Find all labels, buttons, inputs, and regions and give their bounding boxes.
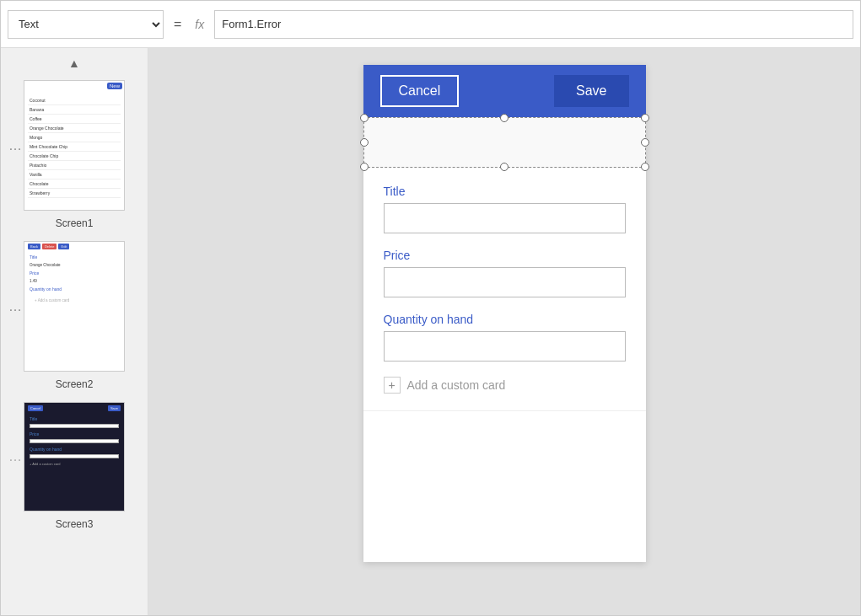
add-custom-card[interactable]: + Add a custom card xyxy=(384,377,626,394)
screen2-label: Screen2 xyxy=(56,378,94,390)
price-input[interactable] xyxy=(384,267,626,297)
handle-top-left[interactable] xyxy=(360,114,369,122)
screen1-label: Screen1 xyxy=(56,217,94,229)
form-body: Title Price Quantity on hand + Add a cus… xyxy=(363,168,646,410)
screen2-menu-dots[interactable]: … xyxy=(8,299,23,314)
handle-bottom-middle[interactable] xyxy=(500,163,509,171)
screen3-label: Screen3 xyxy=(56,518,94,530)
handle-bottom-right[interactable] xyxy=(641,163,649,171)
canvas-area: Cancel Save Title xyxy=(148,48,860,616)
quantity-label: Quantity on hand xyxy=(384,313,626,326)
left-panel: ▲ … New Coconut Banana Coffee Orange Cho… xyxy=(1,48,148,616)
s2-back-btn: Back xyxy=(28,244,40,249)
screen1-list: Coconut Banana Coffee Orange Chocolate M… xyxy=(24,81,124,201)
equals-symbol: = xyxy=(170,17,185,32)
add-custom-card-label: Add a custom card xyxy=(407,378,506,392)
form-save-button[interactable]: Save xyxy=(554,75,628,107)
property-selector[interactable]: Text xyxy=(8,10,164,39)
s2-edit-btn: Edit xyxy=(58,244,69,249)
screen1-menu-dots[interactable]: … xyxy=(8,138,23,153)
handle-bottom-left[interactable] xyxy=(360,163,369,171)
handle-top-middle[interactable] xyxy=(500,114,509,122)
title-label: Title xyxy=(384,185,626,198)
price-label: Price xyxy=(384,249,626,262)
quantity-field-group: Quantity on hand xyxy=(384,313,626,362)
screen2-thumbnail[interactable]: Back Delete Edit Title Orange Chocolate … xyxy=(24,241,125,372)
toolbar: Text = fx xyxy=(1,1,860,48)
handle-middle-left[interactable] xyxy=(360,138,369,147)
handle-middle-right[interactable] xyxy=(641,138,649,147)
title-input[interactable] xyxy=(384,203,626,233)
s2-content: Title Orange Chocolate Price 1.49 Quanti… xyxy=(24,251,124,306)
fx-symbol: fx xyxy=(191,18,207,31)
s3-save-btn: Save xyxy=(108,405,121,411)
screen3-thumbnail[interactable]: Cancel Save Title Price Quantity on hand… xyxy=(24,402,125,512)
scroll-up-button[interactable]: ▲ xyxy=(1,55,148,75)
quantity-input[interactable] xyxy=(384,331,626,362)
screen1-thumbnail[interactable]: New Coconut Banana Coffee Orange Chocola… xyxy=(24,80,125,211)
formula-bar[interactable] xyxy=(214,10,853,39)
price-field-group: Price xyxy=(384,249,626,297)
form-preview: Cancel Save Title xyxy=(363,65,646,562)
s2-delete-btn: Delete xyxy=(42,244,57,249)
screen3-menu-dots[interactable]: … xyxy=(8,449,23,464)
form-cancel-button[interactable]: Cancel xyxy=(380,75,460,107)
main-layout: ▲ … New Coconut Banana Coffee Orange Cho… xyxy=(1,48,860,616)
form-header: Cancel Save xyxy=(363,65,646,117)
s3-cancel-btn: Cancel xyxy=(28,405,43,411)
form-footer xyxy=(363,410,646,562)
handle-top-right[interactable] xyxy=(641,114,649,122)
title-field-group: Title xyxy=(384,185,626,233)
s3-content: Title Price Quantity on hand + Add a cus… xyxy=(24,414,124,469)
plus-icon: + xyxy=(384,377,401,394)
selection-container[interactable] xyxy=(363,117,646,168)
screen1-new-badge: New xyxy=(107,83,122,89)
